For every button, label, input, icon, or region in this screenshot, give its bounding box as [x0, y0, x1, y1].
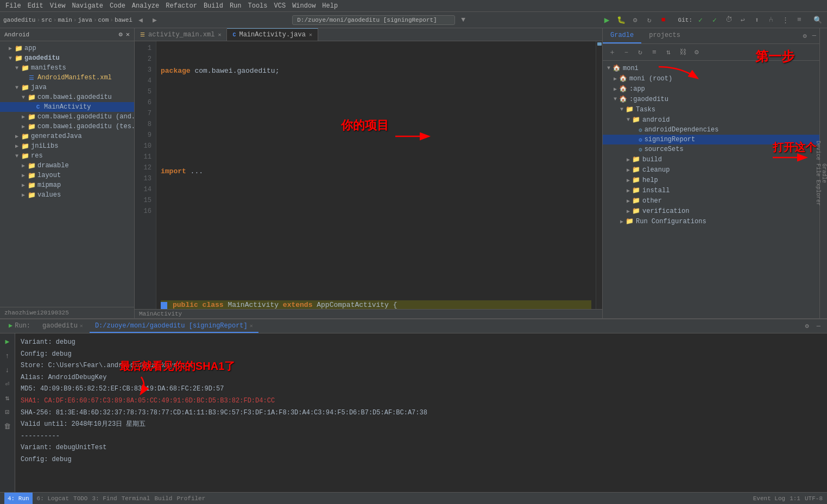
breadcrumb-bawei[interactable]: bawei [115, 17, 132, 23]
gradle-panel-close[interactable]: — [809, 30, 819, 42]
gradle-item-androiddeps[interactable]: ▶ ⚙ androidDependencies [603, 125, 819, 135]
back-button[interactable]: ◀ [135, 14, 147, 26]
console-clear-btn[interactable]: 🗑 [2, 420, 14, 432]
git-push[interactable]: ⬆ [751, 14, 763, 26]
editor-content[interactable]: 1 2 3 4 5 6 7 8 9 10 11 12 13 14 [135, 41, 596, 309]
bottom-tab-signingreport-close[interactable]: ✕ [250, 323, 253, 329]
bottom-tab-gaodeditu-close[interactable]: ✕ [80, 323, 83, 329]
gradle-item-install[interactable]: ▶ 📁 install [603, 185, 819, 196]
status-logcat[interactable]: 6: Logcat [37, 495, 69, 502]
tab-mainactivity[interactable]: C MainActivity.java ✕ [227, 28, 318, 41]
git-more[interactable]: ≡ [793, 14, 805, 26]
stop-button[interactable]: ■ [658, 14, 670, 26]
menu-file[interactable]: File [2, 2, 24, 10]
tree-item-jnilibs[interactable]: ▶ 📁 jniLibs [0, 141, 134, 151]
git-history[interactable]: ⏱ [723, 14, 735, 26]
sidebar-close-icon[interactable]: ✕ [126, 30, 130, 39]
tree-item-generatedjava[interactable]: ▶ 📁 generatedJava [0, 131, 134, 141]
gradle-remove-btn[interactable]: － [620, 46, 632, 58]
git-branch[interactable]: ⑃ [765, 14, 777, 26]
tab-gradle[interactable]: Gradle [603, 28, 641, 43]
console-run-btn[interactable]: ▶ [2, 336, 14, 348]
right-strip-device[interactable]: Device File Explorer [815, 136, 821, 210]
gradle-add-btn[interactable]: ＋ [606, 46, 618, 58]
debug-button[interactable]: 🐛 [615, 14, 627, 26]
bottom-tab-signingreport[interactable]: D:/zuoye/moni/gaodeditu [signingReport] … [90, 320, 258, 333]
tree-item-gaodeditu[interactable]: ▼ 📁 gaodeditu [0, 53, 134, 63]
status-run-tab[interactable]: 4: Run [4, 493, 33, 505]
gradle-item-help[interactable]: ▶ 📁 help [603, 175, 819, 185]
tab-projects[interactable]: projects [641, 28, 688, 43]
gradle-link-btn[interactable]: ⛓ [677, 46, 689, 58]
run-button[interactable]: ▶ [601, 14, 613, 26]
tree-item-layout[interactable]: ▶ 📁 layout [0, 171, 134, 180]
right-strip-gradle[interactable]: Gradle [821, 159, 827, 187]
breadcrumb-java[interactable]: java [78, 17, 92, 23]
bottom-tab-gaodeditu[interactable]: gaodeditu ✕ [37, 320, 89, 333]
menu-navigate[interactable]: Navigate [68, 2, 106, 10]
status-todo[interactable]: TODO [73, 495, 87, 502]
menu-window[interactable]: Window [289, 2, 319, 10]
bottom-panel-settings[interactable]: ⚙ [802, 320, 812, 332]
menu-vcs[interactable]: VCS [271, 2, 289, 10]
menu-tools[interactable]: Tools [245, 2, 271, 10]
menu-analyze[interactable]: Analyze [129, 2, 162, 10]
menu-edit[interactable]: Edit [24, 2, 47, 10]
menu-view[interactable]: View [47, 2, 69, 10]
git-check2[interactable]: ✓ [709, 14, 721, 26]
gradle-item-app[interactable]: ▶ 🏠 :app [603, 84, 819, 94]
gradle-item-gaodeditu[interactable]: ▼ 🏠 :gaodeditu [603, 94, 819, 104]
bottom-panel-minimize[interactable]: — [813, 320, 824, 332]
status-profiler[interactable]: Profiler [176, 495, 205, 502]
tree-item-com-bawei[interactable]: ▼ 📁 com.bawei.gaodeditu [0, 92, 134, 102]
tree-item-mipmap[interactable]: ▶ 📁 mipmap [0, 180, 134, 190]
gradle-refresh-btn[interactable]: ↻ [634, 46, 646, 58]
gradle-item-tasks[interactable]: ▼ 📁 Tasks [603, 104, 819, 115]
bottom-tab-run-label[interactable]: ▶ Run: [3, 319, 36, 333]
breadcrumb-main[interactable]: main [58, 17, 72, 23]
console-up-btn[interactable]: ↑ [2, 350, 14, 362]
tab-activity-main[interactable]: ☰ activity_main.xml ✕ [135, 29, 227, 41]
breadcrumb-src[interactable]: src [41, 17, 52, 23]
tree-item-res[interactable]: ▼ 📁 res [0, 151, 134, 161]
tree-item-mainactivity[interactable]: ▶ C MainActivity [0, 102, 134, 112]
menu-help[interactable]: Help [319, 2, 341, 10]
git-check1[interactable]: ✓ [695, 14, 706, 26]
git-rollback[interactable]: ↩ [737, 14, 749, 26]
search-everywhere-button[interactable]: 🔍 [812, 14, 824, 26]
tree-item-java[interactable]: ▼ 📁 java [0, 83, 134, 92]
console-filter-btn[interactable]: ⊡ [2, 406, 14, 418]
status-find[interactable]: 3: Find [92, 495, 117, 502]
gradle-item-android[interactable]: ▼ 📁 android [603, 115, 819, 125]
gradle-panel-settings[interactable]: ⚙ [801, 30, 809, 42]
gradle-item-moni-root[interactable]: ▶ 🏠 moni (root) [603, 73, 819, 84]
gradle-item-sourcesets[interactable]: ▶ ⚙ sourceSets [603, 144, 819, 154]
tree-item-drawable[interactable]: ▶ 📁 drawable [0, 161, 134, 171]
gradle-item-build[interactable]: ▶ 📁 build [603, 154, 819, 165]
gradle-item-moni[interactable]: ▼ 🏠 moni [603, 63, 819, 73]
tab-close-activity-main[interactable]: ✕ [218, 32, 221, 38]
tab-close-mainactivity[interactable]: ✕ [309, 32, 312, 38]
tree-item-com-bawei-and[interactable]: ▶ 📁 com.bawei.gaodeditu (and... [0, 112, 134, 122]
status-event-log[interactable]: Event Log [753, 495, 785, 502]
gradle-item-runconfigs[interactable]: ▶ 📁 Run Configurations [603, 216, 819, 226]
menu-run[interactable]: Run [226, 2, 245, 10]
sidebar-settings-icon[interactable]: ⚙ [119, 30, 123, 39]
tree-item-androidmanifest[interactable]: ▶ ☰ AndroidManifest.xml [0, 73, 134, 83]
gradle-button[interactable]: ⚙ [629, 14, 641, 26]
gradle-sort2-btn[interactable]: ⇅ [662, 46, 674, 58]
menu-code[interactable]: Code [106, 2, 129, 10]
gradle-item-verification[interactable]: ▶ 📁 verification [603, 206, 819, 216]
sync-button[interactable]: ↻ [643, 14, 655, 26]
gradle-sort-btn[interactable]: ≡ [648, 46, 660, 58]
tree-item-manifests[interactable]: ▼ 📁 manifests [0, 63, 134, 73]
dropdown-btn[interactable]: ▼ [457, 14, 469, 26]
console-sort-btn[interactable]: ⇅ [2, 392, 14, 404]
menu-refactor[interactable]: Refactor [162, 2, 200, 10]
tree-item-com-bawei-tes[interactable]: ▶ 📁 com.bawei.gaodeditu (tes... [0, 122, 134, 131]
tree-item-values[interactable]: ▶ 📁 values [0, 190, 134, 200]
console-wrap-btn[interactable]: ⏎ [2, 378, 14, 390]
gradle-item-other[interactable]: ▶ 📁 other [603, 196, 819, 206]
gradle-item-cleanup[interactable]: ▶ 📁 cleanup [603, 165, 819, 175]
status-build[interactable]: Build [154, 495, 172, 502]
